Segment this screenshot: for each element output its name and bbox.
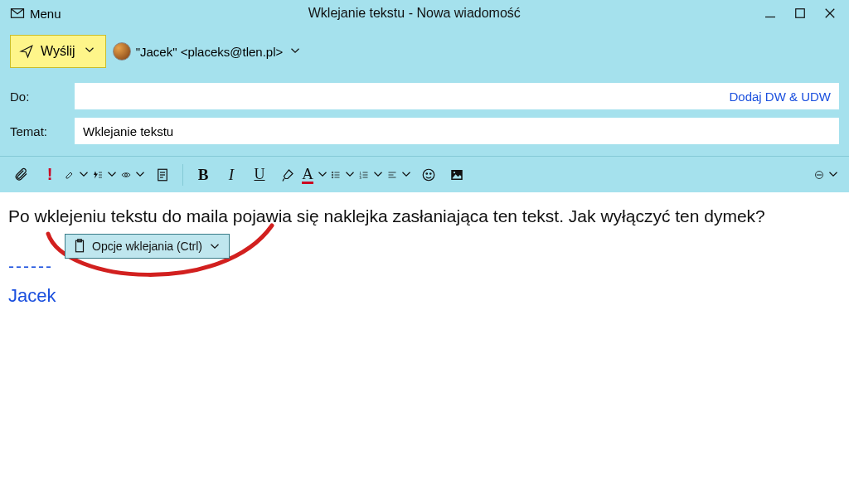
paperclip-icon xyxy=(14,167,29,182)
numbered-list-button[interactable]: 123 xyxy=(359,162,386,188)
close-button[interactable] xyxy=(822,6,837,21)
font-color-button[interactable]: A xyxy=(303,162,329,188)
chevron-down-icon xyxy=(315,167,330,183)
chevron-down-icon xyxy=(399,167,414,183)
subject-row: Temat: Wklejanie tekstu xyxy=(10,118,839,144)
quick-action-button[interactable] xyxy=(93,162,119,188)
smiley-icon xyxy=(421,167,436,182)
svg-point-8 xyxy=(125,173,128,176)
chevron-down-icon xyxy=(207,239,222,254)
attach-button[interactable] xyxy=(8,162,35,188)
image-icon xyxy=(449,167,464,182)
minimize-button[interactable] xyxy=(763,6,778,21)
paste-popup-label: Opcje wklejania (Ctrl) xyxy=(92,238,202,254)
chevron-down-icon xyxy=(342,167,357,183)
maximize-icon xyxy=(793,6,808,21)
subject-value: Wklejanie tekstu xyxy=(83,124,173,138)
visibility-button[interactable] xyxy=(121,162,148,188)
send-icon xyxy=(19,44,34,59)
svg-point-15 xyxy=(332,177,333,178)
image-button[interactable] xyxy=(444,162,470,188)
paint-brush-icon xyxy=(280,167,295,182)
to-label: Do: xyxy=(10,90,75,104)
svg-point-32 xyxy=(454,171,455,172)
body-text: Po wklejeniu tekstu do maila pojawia się… xyxy=(8,204,841,229)
subject-input[interactable]: Wklejanie tekstu xyxy=(75,118,839,144)
svg-point-36 xyxy=(821,174,822,175)
list-numbered-icon: 123 xyxy=(359,167,369,182)
window-title: Wklejanie tekstu - Nowa wiadomość xyxy=(66,6,763,21)
eye-icon xyxy=(121,167,131,182)
svg-point-13 xyxy=(332,172,333,173)
signature-name: Jacek xyxy=(8,283,841,309)
format-painter-button[interactable] xyxy=(274,162,301,188)
list-bullet-icon xyxy=(331,167,341,182)
align-button[interactable] xyxy=(387,162,414,188)
close-icon xyxy=(822,6,837,21)
subject-label: Temat: xyxy=(10,124,75,138)
align-left-icon xyxy=(387,167,397,182)
template-button[interactable] xyxy=(149,162,176,188)
envelope-icon xyxy=(10,6,25,21)
svg-point-30 xyxy=(430,172,432,174)
maximize-button[interactable] xyxy=(793,6,808,21)
italic-button[interactable]: I xyxy=(218,162,245,188)
send-label: Wyślij xyxy=(41,44,75,59)
clipboard-icon xyxy=(72,239,87,254)
from-selector[interactable]: "Jacek" <placeks@tlen.pl> xyxy=(113,42,303,61)
emoji-button[interactable] xyxy=(415,162,442,188)
header-row: Wyślij "Jacek" <placeks@tlen.pl> xyxy=(0,27,849,83)
send-button[interactable]: Wyślij xyxy=(10,35,106,68)
chevron-down-icon xyxy=(82,42,97,61)
paste-options-popup[interactable]: Opcje wklejania (Ctrl) xyxy=(65,234,230,259)
clipboard-text-icon xyxy=(155,167,170,182)
to-input[interactable]: Dodaj DW & UDW xyxy=(75,83,839,109)
add-cc-bcc-link[interactable]: Dodaj DW & UDW xyxy=(729,90,831,104)
fields-area: Do: Dodaj DW & UDW Temat: Wklejanie teks… xyxy=(0,83,849,156)
svg-point-29 xyxy=(426,172,428,174)
bold-button[interactable]: B xyxy=(190,162,216,188)
chevron-down-icon xyxy=(76,167,91,183)
menu-button[interactable]: Menu xyxy=(5,4,66,22)
message-body[interactable]: Po wklejeniu tekstu do maila pojawia się… xyxy=(0,192,849,321)
lightning-list-icon xyxy=(93,167,103,182)
format-toolbar: ! B I U A 123 xyxy=(0,156,849,192)
chevron-down-icon xyxy=(371,167,386,183)
svg-text:3: 3 xyxy=(360,175,362,179)
avatar xyxy=(113,42,131,61)
svg-rect-2 xyxy=(796,9,805,18)
more-button[interactable] xyxy=(814,162,841,188)
chevron-down-icon xyxy=(288,43,303,61)
svg-point-34 xyxy=(817,174,818,175)
minimize-icon xyxy=(763,6,778,21)
underline-button[interactable]: U xyxy=(246,162,273,188)
svg-point-28 xyxy=(423,169,434,181)
bullet-list-button[interactable] xyxy=(331,162,357,188)
chevron-down-icon xyxy=(104,167,119,183)
svg-point-35 xyxy=(819,174,820,175)
chevron-down-icon xyxy=(826,167,841,183)
priority-button[interactable]: ! xyxy=(36,162,63,188)
title-bar: Menu Wklejanie tekstu - Nowa wiadomość xyxy=(0,0,849,27)
ellipsis-circle-icon xyxy=(814,167,824,182)
chevron-down-icon xyxy=(133,167,148,183)
toolbar-separator xyxy=(182,164,183,186)
from-address: "Jacek" <placeks@tlen.pl> xyxy=(136,45,284,59)
window-controls xyxy=(763,6,844,21)
highlight-button[interactable] xyxy=(65,162,91,188)
svg-point-33 xyxy=(816,171,823,178)
menu-label: Menu xyxy=(30,7,61,21)
to-row: Do: Dodaj DW & UDW xyxy=(10,83,839,109)
highlighter-icon xyxy=(65,167,75,182)
svg-point-14 xyxy=(332,174,333,176)
